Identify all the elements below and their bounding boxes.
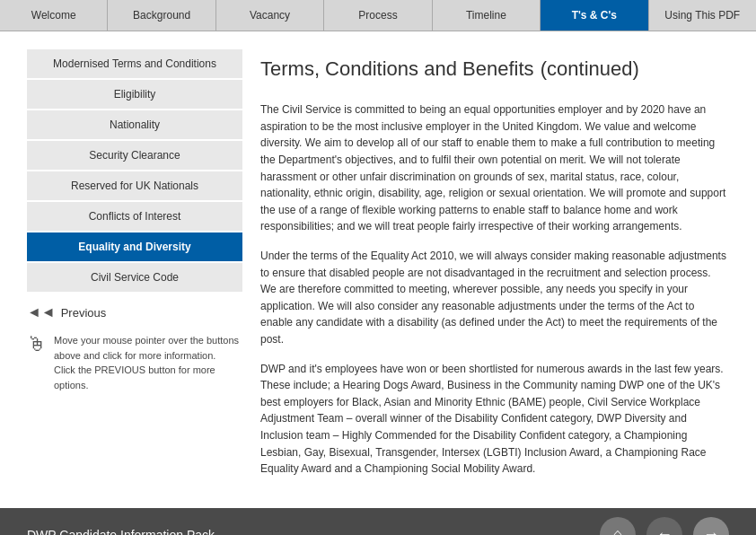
nav-background[interactable]: Background [108,0,215,31]
footer: DWP Candidate Information Pack ⌂ ← → [0,508,756,535]
content-area: Terms, Conditions and Benefits (continue… [260,49,729,490]
back-button[interactable]: ← [646,517,682,535]
content-para2: Under the terms of the Equality Act 2010… [260,248,729,348]
forward-button[interactable]: → [693,517,729,535]
previous-icon: ◄◄ [27,304,56,320]
sidebar-modernised-terms[interactable]: Modernised Terms and Conditions [27,49,242,78]
sidebar-civil-service-code[interactable]: Civil Service Code [27,263,242,292]
previous-label: Previous [61,306,107,320]
sidebar-conflicts-interest[interactable]: Conflicts of Interest [27,202,242,231]
help-area: 🖰 Move your mouse pointer over the butto… [27,333,242,392]
sidebar-eligibility[interactable]: Eligibility [27,80,242,109]
sidebar-bottom: ◄◄ Previous 🖰 Move your mouse pointer ov… [27,304,242,392]
help-text: Move your mouse pointer over the buttons… [54,333,242,392]
content-para3: DWP and it's employees have won or been … [260,361,729,478]
footer-title: DWP Candidate Information Pack [27,528,215,535]
help-line1: Move your mouse pointer over the buttons… [54,333,242,363]
footer-navigation: ⌂ ← → [600,517,729,535]
sidebar-security-clearance[interactable]: Security Clearance [27,141,242,170]
sidebar-equality-diversity[interactable]: Equality and Diversity [27,232,242,261]
top-navigation: Welcome Background Vacancy Process Timel… [0,0,756,31]
sidebar-reserved-uk-nationals[interactable]: Reserved for UK Nationals [27,171,242,200]
nav-using-pdf[interactable]: Using This PDF [649,0,756,31]
mouse-icon: 🖰 [27,333,47,356]
nav-welcome[interactable]: Welcome [0,0,108,31]
help-line2: Click the PREVIOUS button for more optio… [54,363,242,392]
nav-process[interactable]: Process [324,0,432,31]
page-title-main: Terms, Conditions and Benefits [260,57,534,80]
nav-tcs[interactable]: T's & C's [541,0,648,31]
sidebar-nationality[interactable]: Nationality [27,110,242,139]
home-button[interactable]: ⌂ [600,517,636,535]
nav-timeline[interactable]: Timeline [433,0,541,31]
nav-vacancy[interactable]: Vacancy [216,0,324,31]
sidebar: Modernised Terms and Conditions Eligibil… [27,49,242,490]
previous-button[interactable]: ◄◄ Previous [27,304,242,320]
main-content: Modernised Terms and Conditions Eligibil… [0,31,756,508]
page-title-subtitle: (continued) [541,57,639,80]
page-title: Terms, Conditions and Benefits (continue… [260,49,729,85]
content-para1: The Civil Service is committed to being … [260,101,729,235]
